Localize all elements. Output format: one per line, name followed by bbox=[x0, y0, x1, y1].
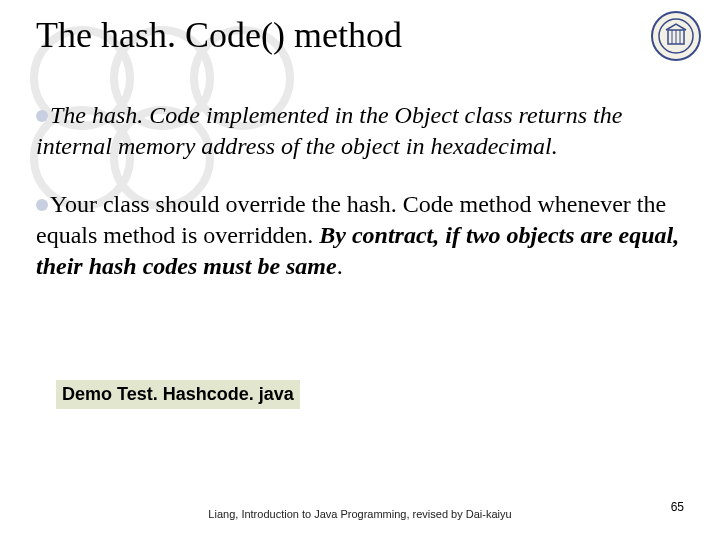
university-logo-icon bbox=[650, 10, 702, 62]
bullet-1-text: The hash. Code implemented in the Object… bbox=[36, 102, 622, 159]
slide-title: The hash. Code() method bbox=[36, 14, 402, 56]
bullet-dot-icon bbox=[36, 110, 48, 122]
bullet-dot-icon bbox=[36, 199, 48, 211]
bullet-item-1: The hash. Code implemented in the Object… bbox=[36, 100, 688, 161]
slide-body: The hash. Code implemented in the Object… bbox=[36, 100, 688, 310]
bullet-2-text-part3: . bbox=[337, 253, 343, 279]
slide: The hash. Code() method The hash. Code i… bbox=[0, 0, 720, 540]
bullet-item-2: Your class should override the hash. Cod… bbox=[36, 189, 688, 281]
page-number: 65 bbox=[671, 500, 684, 514]
footer-citation: Liang, Introduction to Java Programming,… bbox=[0, 508, 720, 520]
demo-label: Demo Test. Hashcode. java bbox=[56, 380, 300, 409]
